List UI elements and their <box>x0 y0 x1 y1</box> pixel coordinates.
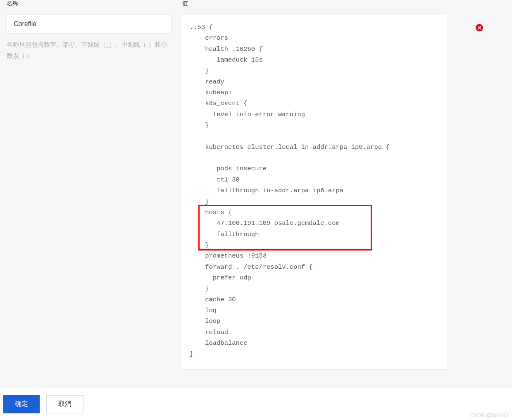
column-header-value: 值 <box>182 0 505 4</box>
watermark: CSDN @I386913 <box>470 413 509 418</box>
name-input[interactable] <box>7 14 172 34</box>
column-header-name: 名称 <box>7 0 182 4</box>
name-hint: 名称只能包含数字、字母、下划线（_）、中划线（-）和小数点（.） <box>7 39 172 61</box>
ok-button[interactable]: 确定 <box>3 395 40 413</box>
cancel-button[interactable]: 取消 <box>46 395 83 413</box>
close-glyph: ✕ <box>477 25 482 31</box>
value-editor[interactable]: .:53 { errors health :10260 { lameduck 1… <box>182 14 447 370</box>
code-content: .:53 { errors health :10260 { lameduck 1… <box>190 22 439 360</box>
delete-icon[interactable]: ✕ <box>476 24 483 31</box>
footer: 确定 取消 <box>0 388 512 420</box>
